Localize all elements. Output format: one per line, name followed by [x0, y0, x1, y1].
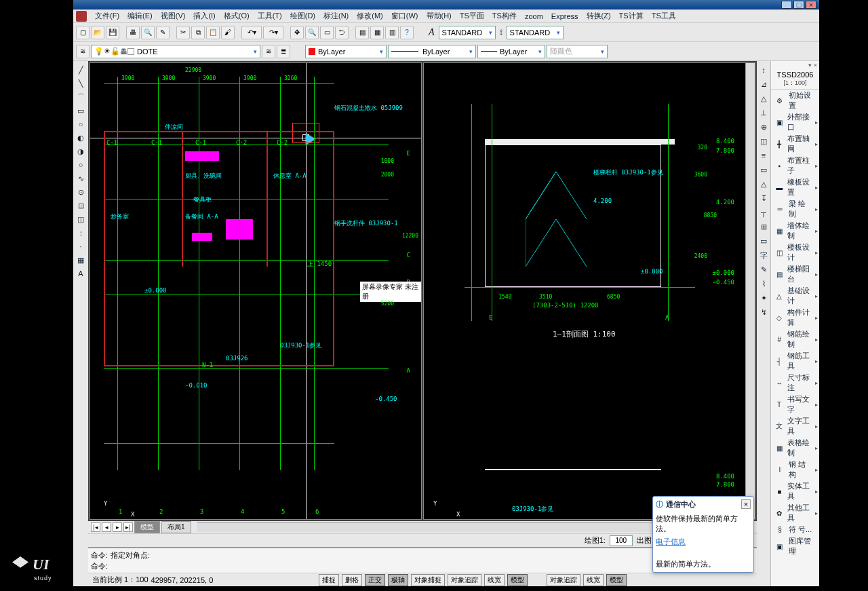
linetype-combo[interactable]: ByLayer ▾	[388, 45, 476, 58]
tab-model[interactable]: 模型	[134, 521, 160, 533]
layer-prev-icon[interactable]: ≋	[262, 45, 275, 58]
help-icon[interactable]: ?	[400, 26, 414, 39]
palette-item-7[interactable]: ◫楼板设计▸	[771, 242, 819, 263]
mod-15-icon[interactable]: ✎	[757, 263, 770, 275]
palette-item-8[interactable]: ▤楼梯阳台▸	[771, 263, 819, 285]
preview-icon[interactable]: 🔍	[141, 26, 155, 39]
point-icon[interactable]: ·	[75, 240, 87, 252]
menu-view[interactable]: 视图(V)	[157, 9, 190, 22]
layer-combo[interactable]: 💡 ☀ 🔓 🖶 DOTE ▾	[91, 45, 260, 58]
layer-mgr-icon[interactable]: ≋	[76, 45, 90, 58]
insert-icon[interactable]: ◫	[75, 213, 87, 225]
line-icon[interactable]: ╱	[75, 64, 87, 76]
match-icon[interactable]: 🖌	[221, 26, 235, 39]
menu-draw[interactable]: 绘图(D)	[286, 9, 319, 22]
palette-item-14[interactable]: T书写文字▸	[771, 394, 819, 415]
palette-item-2[interactable]: ╋布置轴网▸	[771, 133, 819, 155]
menu-tstools[interactable]: TS工具	[648, 9, 680, 22]
viewport-right[interactable]: 楼梯栏杆 03J930-1参见 4.200 ±0.000 8.400 7.800…	[423, 62, 755, 520]
zoom-win-icon[interactable]: ▭	[320, 26, 334, 39]
hatch-icon[interactable]: ▦	[75, 254, 87, 266]
palette-item-13[interactable]: ↔尺寸标注▸	[771, 372, 819, 394]
rect-icon[interactable]: ○	[75, 118, 87, 130]
palette-item-9[interactable]: △基础设计▸	[771, 285, 819, 307]
toggle-otrack[interactable]: 对象追踪	[448, 574, 481, 586]
mod-7-icon[interactable]: ≡	[757, 149, 770, 161]
close-button[interactable]: ×	[806, 1, 816, 9]
menu-edit[interactable]: 编辑(E)	[123, 9, 157, 22]
palette-item-18[interactable]: ■实体工具▸	[771, 480, 819, 502]
menu-format[interactable]: 格式(O)	[220, 9, 254, 22]
menu-modify[interactable]: 修改(M)	[353, 9, 387, 22]
menu-tools[interactable]: 工具(T)	[254, 9, 286, 22]
print-icon[interactable]: 🖶	[126, 26, 140, 39]
undo-icon[interactable]: ↶▾	[241, 26, 262, 39]
viewport-left[interactable]: 22900 3900 3900 3900 3900 3260 钢石混凝土散水 0…	[90, 62, 422, 520]
redo-icon[interactable]: ↷▾	[263, 26, 283, 39]
palette-item-5[interactable]: ═梁 绘 制▸	[771, 198, 819, 220]
palette-item-20[interactable]: §符 号...	[771, 524, 819, 535]
circle-icon[interactable]: ◑	[75, 145, 87, 157]
ellipse-arc-icon[interactable]: ⊡	[75, 199, 87, 212]
cut-icon[interactable]: ✂	[176, 26, 190, 39]
menu-insert[interactable]: 插入(I)	[189, 9, 219, 22]
mod-10-icon[interactable]: ↧	[757, 192, 770, 204]
spline-icon[interactable]: ∿	[75, 172, 87, 185]
revcloud-icon[interactable]: ○	[75, 159, 87, 171]
mod-12-icon[interactable]: ⊞	[757, 221, 770, 233]
zoom-prev-icon[interactable]: ⮌	[335, 26, 349, 39]
tab-layout1[interactable]: 布局1	[161, 521, 191, 533]
plotstyle-combo[interactable]: 随颜色 ▾	[547, 45, 608, 58]
palette-item-21[interactable]: ▣图库管理	[771, 535, 819, 557]
popup-link[interactable]: 电子信息	[656, 537, 686, 547]
dimstyle-combo[interactable]: STANDARD▾	[507, 26, 564, 39]
menu-tscomp[interactable]: TS构件	[488, 9, 521, 22]
props-icon[interactable]: ▤	[355, 26, 369, 39]
toggle-lwt2[interactable]: 线宽	[583, 574, 604, 586]
mod-4-icon[interactable]: ⊥	[757, 107, 770, 119]
menu-zoom[interactable]: zoom	[521, 11, 547, 22]
maximize-button[interactable]: □	[793, 1, 804, 9]
tab-prev[interactable]: ◂	[102, 522, 111, 532]
palette-item-12[interactable]: ┤钢筋工具▸	[771, 350, 819, 372]
paste-icon[interactable]: 📋	[206, 26, 220, 39]
toggle-osnap[interactable]: 对象捕捉	[411, 574, 445, 586]
menu-dim[interactable]: 标注(N)	[319, 9, 353, 22]
polygon-icon[interactable]: ▭	[75, 104, 87, 117]
palette-item-3[interactable]: ▪布置柱子▸	[771, 155, 819, 176]
toggle-otrack2[interactable]: 对象追踪	[547, 574, 580, 586]
menu-convert[interactable]: 转换(Z)	[583, 9, 615, 22]
mod-14-icon[interactable]: 字	[757, 249, 770, 261]
mod-6-icon[interactable]: ◫	[757, 135, 770, 147]
toggle-model2[interactable]: 模型	[606, 574, 627, 586]
palette-item-11[interactable]: #钢筋绘制▸	[771, 328, 819, 350]
popup-close-button[interactable]: ×	[741, 499, 751, 509]
color-combo[interactable]: ByLayer ▾	[305, 45, 387, 58]
tab-last[interactable]: ▸|	[123, 522, 133, 532]
xline-icon[interactable]: ╲	[75, 77, 87, 90]
toggle-snap[interactable]: 捕捉	[319, 574, 339, 586]
arc-icon[interactable]: ◐	[75, 132, 87, 144]
toggle-lwt[interactable]: 线宽	[484, 574, 505, 586]
dc-icon[interactable]: ▦	[370, 26, 384, 39]
new-icon[interactable]: ▢	[76, 26, 90, 39]
toggle-ortho[interactable]: 正交	[365, 574, 385, 586]
mod-2-icon[interactable]: ⊿	[757, 78, 770, 90]
palette-item-4[interactable]: ▬橡板设置▸	[771, 176, 819, 198]
mod-1-icon[interactable]: ↕	[757, 64, 770, 76]
menu-help[interactable]: 帮助(H)	[422, 9, 456, 22]
mod-3-icon[interactable]: △	[757, 92, 770, 104]
tab-first[interactable]: |◂	[91, 522, 100, 532]
tool-pal-icon[interactable]: ▥	[385, 26, 399, 39]
textstyle-combo[interactable]: STANDARD▾	[439, 26, 496, 39]
layer-states-icon[interactable]: ≣	[277, 45, 290, 58]
scrollbar-v[interactable]	[745, 63, 755, 519]
palette-item-1[interactable]: ▣外部接口▸	[771, 111, 819, 133]
mod-17-icon[interactable]: ✦	[757, 292, 770, 304]
copy-icon[interactable]: ⧉	[191, 26, 205, 39]
mod-16-icon[interactable]: ⌇	[757, 278, 770, 290]
palette-item-17[interactable]: I钢 结 构▸	[771, 459, 819, 480]
toggle-polar[interactable]: 极轴	[388, 574, 408, 586]
mod-11-icon[interactable]: ┬	[757, 206, 770, 218]
mod-18-icon[interactable]: ↯	[757, 306, 770, 318]
